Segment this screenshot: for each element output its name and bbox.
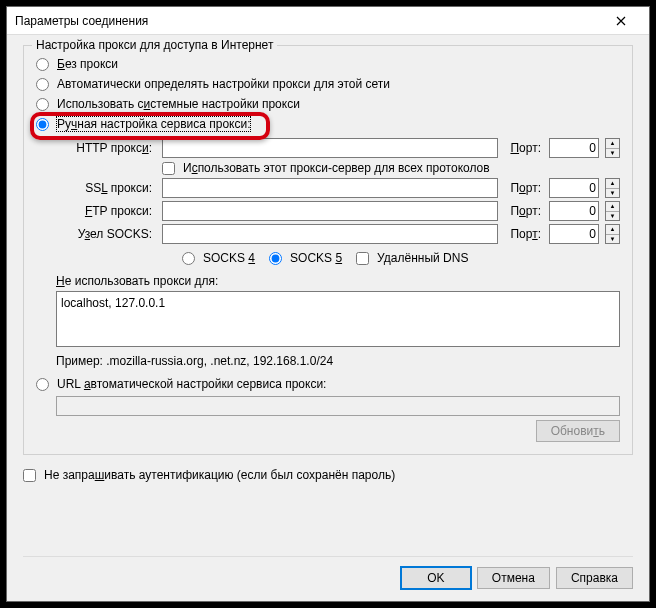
radio-auto-detect[interactable]: Автоматически определять настройки прокс… (36, 74, 620, 94)
share-proxy-label: Использовать этот прокси-сервер для всех… (183, 161, 490, 175)
noproxy-example: Пример: .mozilla-russia.org, .net.nz, 19… (56, 354, 620, 368)
dialog-window: Параметры соединения Настройка прокси дл… (6, 6, 650, 602)
socks5-radio[interactable]: SOCKS 5 (269, 248, 342, 268)
auth-checkbox[interactable] (23, 469, 36, 482)
share-proxy-row: Использовать этот прокси-сервер для всех… (162, 161, 620, 175)
socks4-radio[interactable]: SOCKS 4 (182, 248, 255, 268)
window-title: Параметры соединения (15, 14, 148, 28)
radio-system-input[interactable] (36, 98, 49, 111)
auth-label: Не запрашивать аутентификацию (если был … (44, 468, 395, 482)
socks5-input[interactable] (269, 252, 282, 265)
socks5-label: SOCKS 5 (290, 251, 342, 265)
help-button[interactable]: Справка (556, 567, 633, 589)
ssl-port-spinner[interactable]: ▲▼ (605, 178, 620, 198)
close-icon (616, 16, 626, 26)
radio-manual-label: Ручная настройка сервиса прокси: (57, 117, 250, 131)
radio-system[interactable]: Использовать системные настройки прокси (36, 94, 620, 114)
cancel-button[interactable]: Отмена (477, 567, 550, 589)
noproxy-label: Не использовать прокси для: (56, 274, 620, 288)
http-proxy-input[interactable] (162, 138, 498, 158)
dialog-content: Настройка прокси для доступа в Интернет … (7, 35, 649, 601)
share-proxy-checkbox[interactable] (162, 162, 175, 175)
radio-manual-input[interactable] (36, 118, 49, 131)
ftp-proxy-input[interactable] (162, 201, 498, 221)
ssl-proxy-row: SSL прокси: Порт: ▲▼ (56, 178, 620, 198)
radio-auto-detect-input[interactable] (36, 78, 49, 91)
radio-no-proxy-label: Без прокси (57, 57, 118, 71)
socks-version-row: SOCKS 4 SOCKS 5 Удалённый DNS (182, 248, 620, 268)
fieldset-legend: Настройка прокси для доступа в Интернет (32, 38, 277, 52)
reload-row: Обновить (36, 420, 620, 442)
remote-dns-checkbox[interactable] (356, 252, 369, 265)
radio-pac-input[interactable] (36, 378, 49, 391)
radio-no-proxy-input[interactable] (36, 58, 49, 71)
socks-proxy-input[interactable] (162, 224, 498, 244)
http-port-input[interactable] (549, 138, 599, 158)
radio-manual[interactable]: Ручная настройка сервиса прокси: (36, 114, 620, 134)
proxy-fieldset: Настройка прокси для доступа в Интернет … (23, 45, 633, 455)
ssl-port-input[interactable] (549, 178, 599, 198)
titlebar: Параметры соединения (7, 7, 649, 35)
ftp-port-spinner[interactable]: ▲▼ (605, 201, 620, 221)
socks-proxy-row: Узел SOCKS: Порт: ▲▼ (56, 224, 620, 244)
ftp-port-label: Порт: (504, 204, 543, 218)
remote-dns-label: Удалённый DNS (377, 251, 468, 265)
radio-no-proxy[interactable]: Без прокси (36, 54, 620, 74)
remote-dns[interactable]: Удалённый DNS (356, 251, 468, 265)
auth-row[interactable]: Не запрашивать аутентификацию (если был … (23, 468, 633, 482)
ftp-proxy-row: FTP прокси: Порт: ▲▼ (56, 201, 620, 221)
http-proxy-row: HTTP прокси: Порт: ▲▼ (56, 138, 620, 158)
button-bar: OK Отмена Справка (23, 556, 633, 589)
radio-pac[interactable]: URL автоматической настройки сервиса про… (36, 374, 620, 394)
ftp-proxy-label: FTP прокси: (56, 204, 156, 218)
pac-url-input[interactable] (56, 396, 620, 416)
radio-system-label: Использовать системные настройки прокси (57, 97, 300, 111)
socks-port-label: Порт: (504, 227, 543, 241)
ok-button[interactable]: OK (401, 567, 471, 589)
ssl-port-label: Порт: (504, 181, 543, 195)
http-port-spinner[interactable]: ▲▼ (605, 138, 620, 158)
radio-auto-detect-label: Автоматически определять настройки прокс… (57, 77, 390, 91)
reload-button[interactable]: Обновить (536, 420, 620, 442)
socks4-label: SOCKS 4 (203, 251, 255, 265)
socks-port-spinner[interactable]: ▲▼ (605, 224, 620, 244)
ftp-port-input[interactable] (549, 201, 599, 221)
pac-input-row (56, 396, 620, 416)
ssl-proxy-label: SSL прокси: (56, 181, 156, 195)
socks4-input[interactable] (182, 252, 195, 265)
socks-proxy-label: Узел SOCKS: (56, 227, 156, 241)
noproxy-textarea[interactable] (56, 291, 620, 347)
close-button[interactable] (601, 9, 641, 33)
http-port-label: Порт: (504, 141, 543, 155)
radio-pac-label: URL автоматической настройки сервиса про… (57, 377, 326, 391)
socks-port-input[interactable] (549, 224, 599, 244)
ssl-proxy-input[interactable] (162, 178, 498, 198)
proxy-grid: HTTP прокси: Порт: ▲▼ Использовать этот … (56, 138, 620, 368)
http-proxy-label: HTTP прокси: (56, 141, 156, 155)
